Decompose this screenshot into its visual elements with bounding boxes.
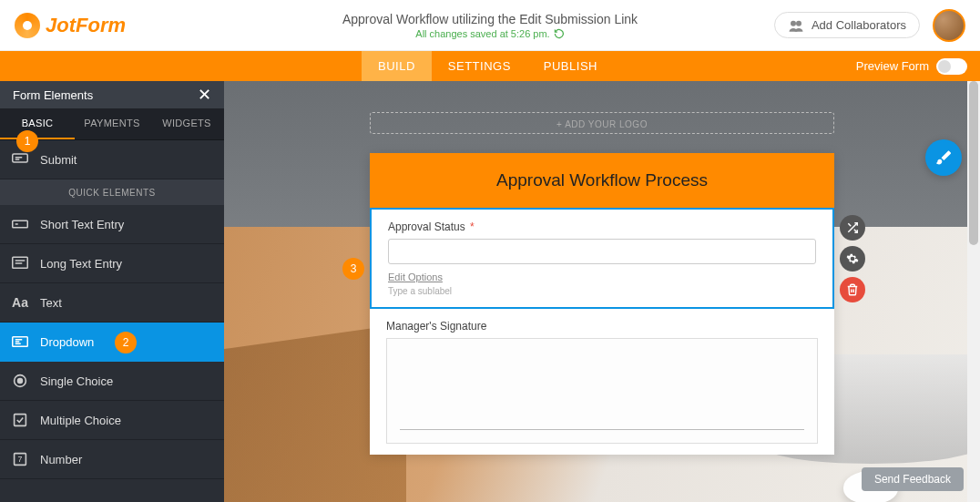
builder-nav: BUILD SETTINGS PUBLISH Preview Form bbox=[0, 51, 980, 81]
element-long-text[interactable]: Long Text Entry bbox=[0, 244, 224, 283]
save-status-text: All changes saved at 5:26 pm. bbox=[415, 28, 549, 39]
add-collaborators-button[interactable]: Add Collaborators bbox=[774, 12, 920, 38]
form-elements-panel: Form Elements ✕ BASIC PAYMENTS WIDGETS 1… bbox=[0, 81, 224, 502]
element-single-choice[interactable]: Single Choice bbox=[0, 362, 224, 401]
avatar[interactable] bbox=[933, 9, 965, 42]
svg-text:7: 7 bbox=[18, 455, 23, 464]
svg-point-7 bbox=[18, 379, 23, 384]
element-short-text[interactable]: Short Text Entry bbox=[0, 205, 224, 244]
text-icon: Aa bbox=[0, 295, 40, 310]
field-delete-button[interactable] bbox=[840, 277, 865, 302]
header-center: Approval Workflow utilizing the Edit Sub… bbox=[342, 12, 638, 39]
save-status: All changes saved at 5:26 pm. bbox=[342, 28, 638, 39]
collaborators-icon bbox=[788, 19, 804, 32]
element-text[interactable]: Aa Text bbox=[0, 283, 224, 323]
edit-options-link[interactable]: Edit Options bbox=[388, 271, 816, 282]
field-manager-signature[interactable]: Manager's Signature bbox=[370, 309, 834, 455]
form-designer-button[interactable] bbox=[925, 139, 962, 176]
signature-pad[interactable] bbox=[386, 338, 818, 444]
svg-rect-5 bbox=[13, 337, 28, 347]
close-icon[interactable]: ✕ bbox=[198, 85, 211, 105]
field-manager-signature-label: Manager's Signature bbox=[386, 320, 818, 333]
form-elements-title: Form Elements bbox=[13, 88, 93, 102]
element-dropdown[interactable]: Dropdown 2 bbox=[0, 323, 224, 362]
form-canvas[interactable]: + ADD YOUR LOGO Approval Workflow Proces… bbox=[224, 81, 980, 502]
dropdown-input[interactable] bbox=[388, 239, 816, 264]
element-submit-label: Submit bbox=[40, 153, 224, 167]
element-number-label: Number bbox=[40, 453, 224, 466]
sidebar-tab-widgets[interactable]: WIDGETS bbox=[149, 108, 224, 139]
form-title: Approval Workflow Process bbox=[496, 170, 708, 190]
sidebar-tab-payments[interactable]: PAYMENTS bbox=[75, 108, 149, 139]
send-feedback-button[interactable]: Send Feedback bbox=[862, 467, 964, 491]
canvas-scrollbar[interactable] bbox=[967, 81, 980, 502]
form-header[interactable]: Approval Workflow Process bbox=[370, 153, 834, 208]
short-text-icon bbox=[0, 218, 40, 231]
logo-text: JotForm bbox=[46, 14, 126, 37]
annotation-2: 2 bbox=[115, 332, 137, 353]
form-card: Approval Workflow Process Approval Statu… bbox=[370, 153, 834, 455]
page-title[interactable]: Approval Workflow utilizing the Edit Sub… bbox=[342, 12, 638, 26]
element-single-choice-label: Single Choice bbox=[40, 374, 224, 388]
submit-icon bbox=[0, 153, 40, 166]
required-mark: * bbox=[470, 220, 475, 233]
preview-form-label: Preview Form bbox=[856, 59, 929, 73]
element-short-text-label: Short Text Entry bbox=[40, 218, 224, 231]
svg-rect-8 bbox=[15, 415, 26, 426]
logo-icon bbox=[15, 13, 40, 38]
element-multiple-choice[interactable]: Multiple Choice bbox=[0, 401, 224, 440]
svg-point-0 bbox=[791, 20, 796, 26]
logo[interactable]: JotForm bbox=[15, 13, 126, 38]
revert-icon[interactable] bbox=[554, 28, 565, 39]
tab-settings[interactable]: SETTINGS bbox=[432, 51, 527, 81]
number-icon: 7 bbox=[0, 452, 40, 466]
add-logo-button[interactable]: + ADD YOUR LOGO bbox=[556, 119, 648, 129]
checkbox-icon bbox=[0, 413, 40, 427]
svg-point-1 bbox=[796, 20, 801, 26]
sublabel-placeholder[interactable]: Type a sublabel bbox=[388, 286, 816, 296]
field-approval-status-label[interactable]: Approval Status * bbox=[388, 220, 816, 233]
field-approval-status-label-text: Approval Status bbox=[388, 220, 465, 233]
svg-line-13 bbox=[848, 223, 851, 226]
annotation-1: 1 bbox=[16, 130, 38, 152]
annotation-3: 3 bbox=[342, 258, 364, 280]
field-settings-button[interactable] bbox=[840, 246, 865, 271]
field-approval-status[interactable]: Approval Status * Edit Options Type a su… bbox=[370, 208, 834, 309]
dropdown-icon bbox=[0, 335, 40, 348]
element-text-label: Text bbox=[40, 296, 224, 310]
svg-rect-3 bbox=[13, 220, 28, 228]
tab-publish[interactable]: PUBLISH bbox=[527, 51, 614, 81]
add-collaborators-label: Add Collaborators bbox=[812, 18, 906, 32]
element-multiple-choice-label: Multiple Choice bbox=[40, 414, 224, 427]
quick-elements-header: QUICK ELEMENTS bbox=[0, 179, 224, 205]
sidebar-tab-basic[interactable]: BASIC bbox=[0, 108, 75, 139]
element-long-text-label: Long Text Entry bbox=[40, 257, 224, 271]
radio-icon bbox=[0, 374, 40, 388]
element-number[interactable]: 7 Number bbox=[0, 440, 224, 479]
field-conditions-button[interactable] bbox=[840, 215, 865, 241]
long-text-icon bbox=[0, 256, 40, 271]
preview-form-toggle[interactable] bbox=[936, 58, 967, 75]
tab-build[interactable]: BUILD bbox=[362, 51, 432, 81]
